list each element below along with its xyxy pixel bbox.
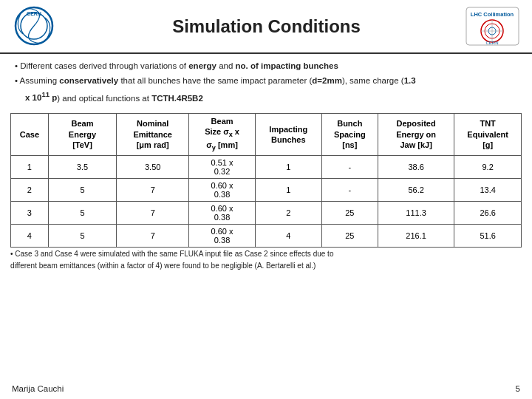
cell-deposited: 111.3 (378, 202, 454, 225)
footnote-line-2: different beam emittances (within a fact… (10, 261, 522, 271)
cell-beam-size: 0.60 x0.38 (189, 179, 256, 202)
th-nominal-emittance: NominalEmittance[μm rad] (117, 113, 189, 156)
cell-beam-energy: 5 (48, 179, 117, 202)
th-beam-energy: BeamEnergy[TeV] (48, 113, 117, 156)
cell-tnt: 9.2 (454, 156, 522, 179)
svg-text:LHC Collimation: LHC Collimation (471, 11, 514, 18)
table-header-row: Case BeamEnergy[TeV] NominalEmittance[μm… (11, 113, 522, 156)
th-tnt: TNTEquivalent[g] (454, 113, 522, 156)
author-name: Marija Cauchi (12, 384, 64, 393)
bullet-2-cont: x 1011 p) and optical functions at TCTH.… (15, 90, 517, 105)
table-row: 4 5 7 0.60 x0.38 4 25 216.1 51.6 (11, 225, 522, 248)
cell-tnt: 13.4 (454, 179, 522, 202)
cell-nominal-emit: 7 (117, 225, 189, 248)
cell-nominal-emit: 7 (117, 202, 189, 225)
cell-beam-energy: 5 (48, 202, 117, 225)
cell-case: 3 (11, 202, 49, 225)
table-row: 3 5 7 0.60 x0.38 2 25 111.3 26.6 (11, 202, 522, 225)
cell-impact: 2 (255, 202, 321, 225)
page-title: Simulation Conditions (68, 16, 465, 37)
cell-bunch-spacing: 25 (321, 202, 378, 225)
cell-deposited: 38.6 (378, 156, 454, 179)
page-footer: Marija Cauchi 5 (0, 384, 532, 393)
bullet-section: • Different cases derived through variat… (0, 54, 532, 110)
svg-text:CERN: CERN (27, 11, 41, 16)
simulation-table: Case BeamEnergy[TeV] NominalEmittance[μm… (10, 113, 522, 248)
cern-logo: CERN (12, 6, 56, 47)
cell-beam-energy: 5 (48, 225, 117, 248)
cell-tnt: 51.6 (454, 225, 522, 248)
cell-beam-size: 0.60 x0.38 (189, 225, 256, 248)
cell-impact: 1 (255, 156, 321, 179)
cell-nominal-emit: 3.50 (117, 156, 189, 179)
cell-beam-size: 0.51 x0.32 (189, 156, 256, 179)
th-impacting-bunches: ImpactingBunches (255, 113, 321, 156)
lhc-logo: LHC Collimation CERN (465, 6, 520, 47)
cell-case: 4 (11, 225, 49, 248)
bullet-2: • Assuming conservatively that all bunch… (15, 75, 517, 87)
table-row: 2 5 7 0.60 x0.38 1 - 56.2 13.4 (11, 179, 522, 202)
th-deposited-energy: DepositedEnergy onJaw [kJ] (378, 113, 454, 156)
page-header: CERN Simulation Conditions LHC Collimati… (0, 0, 532, 54)
svg-text:CERN: CERN (485, 41, 498, 45)
table-row: 1 3.5 3.50 0.51 x0.32 1 - 38.6 9.2 (11, 156, 522, 179)
cell-beam-energy: 3.5 (48, 156, 117, 179)
cell-impact: 1 (255, 179, 321, 202)
footnote-section: • Case 3 and Case 4 were simulated with … (0, 248, 532, 271)
cell-nominal-emit: 7 (117, 179, 189, 202)
footnote-line-1: • Case 3 and Case 4 were simulated with … (10, 249, 522, 259)
cell-bunch-spacing: 25 (321, 225, 378, 248)
cell-deposited: 56.2 (378, 179, 454, 202)
data-table-wrapper: Case BeamEnergy[TeV] NominalEmittance[μm… (0, 113, 532, 248)
cell-beam-size: 0.60 x0.38 (189, 202, 256, 225)
cell-bunch-spacing: - (321, 179, 378, 202)
th-beam-size: BeamSize σx xσy [mm] (189, 113, 256, 156)
cell-case: 2 (11, 179, 49, 202)
cell-impact: 4 (255, 225, 321, 248)
th-bunch-spacing: BunchSpacing[ns] (321, 113, 378, 156)
page-number: 5 (516, 384, 520, 393)
cell-bunch-spacing: - (321, 156, 378, 179)
cell-tnt: 26.6 (454, 202, 522, 225)
th-case: Case (11, 113, 49, 156)
cell-case: 1 (11, 156, 49, 179)
bullet-1: • Different cases derived through variat… (15, 60, 517, 72)
cell-deposited: 216.1 (378, 225, 454, 248)
